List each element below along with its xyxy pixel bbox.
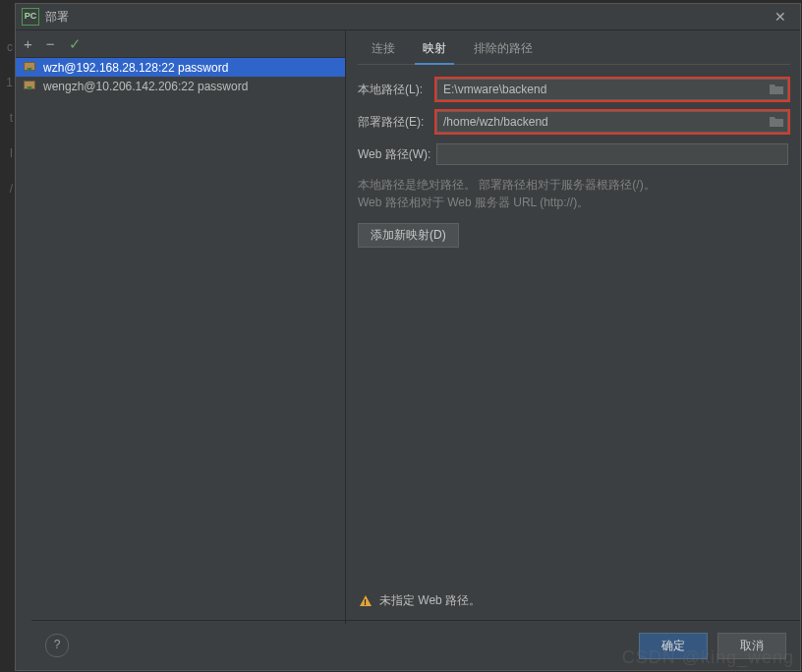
tab-connection[interactable]: 连接: [358, 34, 409, 64]
server-label: wengzh@10.206.142.206:22 password: [43, 80, 248, 93]
warning-bar: 未指定 Web 路径。: [360, 592, 481, 609]
footer: ? 确定 取消: [31, 620, 800, 670]
local-path-label: 本地路径(L):: [358, 82, 436, 98]
add-mapping-button[interactable]: 添加新映射(D): [358, 223, 459, 248]
left-panel: + − ✓ wzh@192.168.28.128:22 password wen…: [16, 30, 346, 624]
tab-mapping[interactable]: 映射: [409, 34, 460, 64]
server-icon: [24, 62, 37, 74]
editor-gutter: c1tI/: [0, 29, 15, 206]
browse-folder-icon[interactable]: [769, 82, 784, 95]
add-server-button[interactable]: +: [24, 35, 32, 52]
remove-server-button[interactable]: −: [46, 35, 55, 52]
tab-excluded[interactable]: 排除的路径: [460, 34, 546, 64]
deploy-path-label: 部署路径(E):: [358, 114, 436, 131]
cancel-button[interactable]: 取消: [717, 633, 786, 659]
app-icon: PC: [22, 8, 39, 26]
ok-button[interactable]: 确定: [639, 633, 708, 659]
server-toolbar: + − ✓: [16, 30, 345, 58]
title-text: 部署: [45, 9, 69, 26]
local-path-input[interactable]: [436, 79, 788, 100]
mapping-form: 本地路径(L): 部署路径(E): Web 路径(W):: [358, 65, 790, 248]
help-button[interactable]: ?: [45, 634, 69, 657]
warning-text: 未指定 Web 路径。: [379, 592, 481, 609]
tabs: 连接 映射 排除的路径: [358, 34, 790, 65]
apply-button[interactable]: ✓: [69, 35, 82, 53]
hint-text: 本地路径是绝对路径。 部署路径相对于服务器根路径(/)。 Web 路径相对于 W…: [358, 176, 788, 211]
web-path-input[interactable]: [436, 143, 788, 165]
close-icon[interactable]: ✕: [767, 9, 794, 25]
server-icon: [24, 81, 37, 92]
warning-icon: [360, 595, 372, 606]
right-panel: 连接 映射 排除的路径 本地路径(L): 部署路径(E):: [346, 30, 800, 624]
deploy-path-input[interactable]: [436, 111, 788, 133]
deployment-dialog: PC 部署 ✕ + − ✓ wzh@192.168.28.128:22 pass…: [15, 3, 801, 671]
server-item[interactable]: wzh@192.168.28.128:22 password: [16, 58, 345, 77]
server-list: wzh@192.168.28.128:22 password wengzh@10…: [16, 58, 345, 624]
browse-folder-icon[interactable]: [769, 114, 784, 128]
titlebar: PC 部署 ✕: [16, 4, 800, 30]
server-item[interactable]: wengzh@10.206.142.206:22 password: [16, 77, 345, 95]
web-path-label: Web 路径(W):: [358, 146, 436, 163]
server-label: wzh@192.168.28.128:22 password: [43, 61, 228, 75]
